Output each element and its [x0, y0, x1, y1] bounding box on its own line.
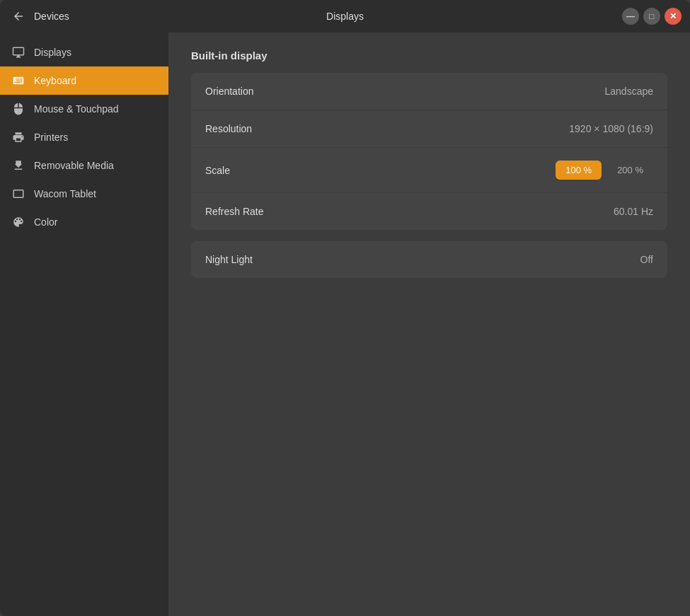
- night-light-label: Night Light: [205, 254, 253, 265]
- sidebar-item-mouse[interactable]: Mouse & Touchpad: [0, 95, 168, 123]
- sidebar-item-keyboard[interactable]: Keyboard: [0, 66, 168, 95]
- removable-media-icon: [11, 158, 25, 173]
- sidebar-item-printers[interactable]: Printers: [0, 123, 168, 151]
- refresh-rate-label: Refresh Rate: [205, 206, 263, 217]
- orientation-row[interactable]: Orientation Landscape: [191, 73, 667, 110]
- mouse-icon: [11, 102, 25, 116]
- content-area: Displays Keyboard Mouse & Touchpad: [0, 33, 690, 616]
- titlebar: Devices Displays — □ ✕: [0, 0, 690, 33]
- display-settings-card: Orientation Landscape Resolution 1920 × …: [191, 73, 667, 230]
- sidebar-label-mouse: Mouse & Touchpad: [34, 103, 119, 115]
- back-icon: [12, 10, 25, 23]
- app-window: Devices Displays — □ ✕ Displays: [0, 0, 690, 616]
- main-title: Displays: [326, 11, 364, 22]
- displays-icon: [11, 45, 25, 59]
- orientation-label: Orientation: [205, 86, 253, 97]
- color-icon: [11, 215, 25, 229]
- refresh-rate-value: 60.01 Hz: [614, 206, 653, 217]
- sidebar-item-color[interactable]: Color: [0, 208, 168, 236]
- main-panel: Built-in display Orientation Landscape R…: [168, 33, 690, 616]
- scale-buttons-group: 100 % 200 %: [556, 161, 653, 180]
- scale-row: Scale 100 % 200 %: [191, 148, 667, 193]
- night-light-value: Off: [640, 254, 653, 265]
- sidebar-item-removable-media[interactable]: Removable Media: [0, 151, 168, 180]
- orientation-value: Landscape: [604, 86, 653, 97]
- resolution-row[interactable]: Resolution 1920 × 1080 (16:9): [191, 110, 667, 148]
- resolution-value: 1920 × 1080 (16:9): [569, 123, 653, 134]
- sidebar-label-color: Color: [34, 216, 57, 228]
- wacom-icon: [11, 187, 25, 201]
- printer-icon: [11, 130, 25, 144]
- resolution-label: Resolution: [205, 123, 252, 134]
- refresh-rate-row[interactable]: Refresh Rate 60.01 Hz: [191, 193, 667, 230]
- window-controls: — □ ✕: [622, 8, 682, 25]
- night-light-card: Night Light Off: [191, 241, 667, 278]
- maximize-button[interactable]: □: [643, 8, 660, 25]
- sidebar-label-printers: Printers: [34, 132, 68, 143]
- sidebar: Displays Keyboard Mouse & Touchpad: [0, 33, 168, 616]
- sidebar-label-wacom: Wacom Tablet: [34, 188, 96, 199]
- close-button[interactable]: ✕: [665, 8, 682, 25]
- night-light-row[interactable]: Night Light Off: [191, 241, 667, 278]
- sidebar-label-displays: Displays: [34, 47, 71, 58]
- sidebar-label-keyboard: Keyboard: [34, 75, 76, 86]
- scale-100-button[interactable]: 100 %: [556, 161, 602, 180]
- sidebar-item-displays[interactable]: Displays: [0, 38, 168, 66]
- sidebar-item-wacom[interactable]: Wacom Tablet: [0, 180, 168, 208]
- scale-label: Scale: [205, 165, 230, 176]
- keyboard-icon: [11, 74, 25, 88]
- sidebar-label-removable-media: Removable Media: [34, 160, 114, 171]
- back-button[interactable]: [8, 6, 28, 26]
- section-title: Devices: [34, 11, 69, 22]
- minimize-button[interactable]: —: [622, 8, 639, 25]
- built-in-display-title: Built-in display: [191, 50, 667, 62]
- scale-200-button[interactable]: 200 %: [607, 161, 653, 180]
